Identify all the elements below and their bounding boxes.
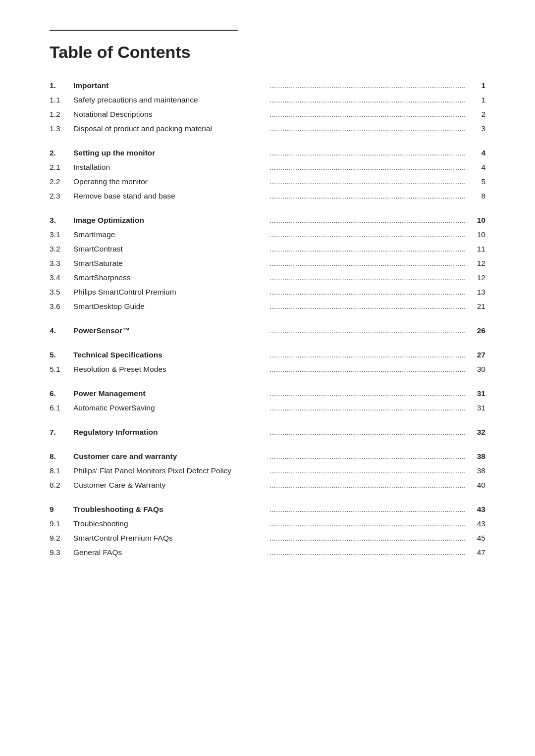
toc-dots-fill: ........................................… bbox=[268, 465, 466, 477]
toc-dots-fill: ........................................… bbox=[268, 451, 466, 463]
toc-label: Disposal of product and packing material bbox=[73, 123, 268, 135]
toc-middle: Notational Descriptions.................… bbox=[73, 108, 466, 121]
toc-dots-fill: ........................................… bbox=[268, 80, 466, 92]
toc-middle: SmartContrast...........................… bbox=[73, 243, 466, 255]
toc-dots-fill: ........................................… bbox=[268, 532, 466, 545]
toc-row: 3.1SmartImage...........................… bbox=[50, 229, 485, 241]
toc-row: 5.1Resolution & Preset Modes............… bbox=[50, 363, 485, 376]
toc-dots-fill: ........................................… bbox=[268, 388, 466, 400]
toc-middle: Regulatory Information..................… bbox=[73, 426, 466, 439]
toc-container: 1.Important.............................… bbox=[50, 80, 485, 559]
toc-label: Setting up the monitor bbox=[73, 147, 268, 159]
toc-page-number: 8 bbox=[466, 190, 485, 202]
toc-page-number: 32 bbox=[466, 426, 485, 438]
toc-row: 3.6SmartDesktop Guide...................… bbox=[50, 301, 485, 313]
toc-label: Technical Specifications bbox=[73, 349, 268, 361]
toc-middle: Disposal of product and packing material… bbox=[73, 123, 466, 135]
toc-label: Regulatory Information bbox=[73, 426, 268, 438]
toc-dots-fill: ........................................… bbox=[268, 176, 466, 188]
toc-section: 4.PowerSensor™..........................… bbox=[50, 325, 485, 337]
toc-page-number: 26 bbox=[466, 325, 485, 337]
toc-page-number: 38 bbox=[466, 465, 485, 477]
toc-number: 3.2 bbox=[50, 243, 73, 255]
toc-section: 8.Customer care and warranty............… bbox=[50, 451, 485, 492]
toc-middle: Automatic PowerSaving...................… bbox=[73, 402, 466, 414]
toc-page-number: 10 bbox=[466, 229, 485, 241]
toc-number: 1.2 bbox=[50, 108, 73, 120]
toc-page-number: 12 bbox=[466, 272, 485, 284]
toc-number: 2.1 bbox=[50, 161, 73, 173]
toc-row: 8.Customer care and warranty............… bbox=[50, 451, 485, 463]
toc-number: 3.3 bbox=[50, 257, 73, 269]
toc-number: 3. bbox=[50, 214, 73, 226]
toc-row: 2.1Installation.........................… bbox=[50, 161, 485, 174]
toc-row: 9.3General FAQs.........................… bbox=[50, 547, 485, 559]
toc-dots-fill: ........................................… bbox=[268, 229, 466, 241]
toc-dots-fill: ........................................… bbox=[268, 349, 466, 361]
toc-middle: Philips' Flat Panel Monitors Pixel Defec… bbox=[73, 465, 466, 477]
toc-page-number: 21 bbox=[466, 301, 485, 312]
toc-middle: Power Management........................… bbox=[73, 388, 466, 400]
toc-page-number: 5 bbox=[466, 176, 485, 188]
toc-dots-fill: ........................................… bbox=[268, 363, 466, 376]
toc-label: Resolution & Preset Modes bbox=[73, 363, 268, 375]
toc-page-number: 47 bbox=[466, 547, 485, 558]
toc-label: Operating the monitor bbox=[73, 176, 268, 188]
toc-middle: Customer Care & Warranty................… bbox=[73, 479, 466, 492]
toc-page-number: 38 bbox=[466, 451, 485, 462]
toc-middle: SmartImage..............................… bbox=[73, 229, 466, 241]
toc-label: SmartSaturate bbox=[73, 257, 268, 269]
toc-label: Notational Descriptions bbox=[73, 108, 268, 120]
toc-label: Automatic PowerSaving bbox=[73, 402, 268, 414]
toc-page-number: 13 bbox=[466, 286, 485, 298]
toc-page-number: 27 bbox=[466, 349, 485, 361]
toc-section: 9Troubleshooting & FAQs.................… bbox=[50, 504, 485, 559]
toc-number: 1.3 bbox=[50, 123, 73, 135]
toc-page-number: 31 bbox=[466, 388, 485, 400]
toc-number: 2.3 bbox=[50, 190, 73, 202]
toc-page-number: 11 bbox=[466, 243, 485, 255]
toc-dots-fill: ........................................… bbox=[268, 547, 466, 559]
toc-page-number: 10 bbox=[466, 214, 485, 226]
toc-number: 1.1 bbox=[50, 94, 73, 106]
toc-number: 5. bbox=[50, 349, 73, 361]
toc-number: 2.2 bbox=[50, 176, 73, 188]
toc-dots-fill: ........................................… bbox=[268, 286, 466, 299]
toc-middle: SmartSharpness..........................… bbox=[73, 272, 466, 284]
toc-middle: Setting up the monitor..................… bbox=[73, 147, 466, 159]
toc-row: 2.Setting up the monitor................… bbox=[50, 147, 485, 159]
toc-row: 3.5Philips SmartControl Premium.........… bbox=[50, 286, 485, 299]
toc-row: 2.3Remove base stand and base...........… bbox=[50, 190, 485, 202]
toc-middle: General FAQs............................… bbox=[73, 547, 466, 559]
page-title: Table of Contents bbox=[50, 43, 485, 62]
toc-label: SmartDesktop Guide bbox=[73, 301, 268, 312]
toc-middle: Operating the monitor...................… bbox=[73, 176, 466, 188]
toc-number: 9.3 bbox=[50, 547, 73, 558]
toc-dots-fill: ........................................… bbox=[268, 301, 466, 313]
toc-number: 6. bbox=[50, 388, 73, 400]
toc-dots-fill: ........................................… bbox=[268, 325, 466, 337]
toc-dots-fill: ........................................… bbox=[268, 94, 466, 106]
toc-row: 1.2Notational Descriptions..............… bbox=[50, 108, 485, 121]
toc-label: Customer care and warranty bbox=[73, 451, 268, 462]
toc-label: SmartContrast bbox=[73, 243, 268, 255]
toc-row: 8.1Philips' Flat Panel Monitors Pixel De… bbox=[50, 465, 485, 477]
toc-page-number: 43 bbox=[466, 504, 485, 515]
toc-row: 3.Image Optimization....................… bbox=[50, 214, 485, 227]
toc-dots-fill: ........................................… bbox=[268, 108, 466, 121]
toc-row: 1.Important.............................… bbox=[50, 80, 485, 92]
toc-middle: Troubleshooting.........................… bbox=[73, 518, 466, 530]
toc-middle: Remove base stand and base..............… bbox=[73, 190, 466, 202]
toc-section: 2.Setting up the monitor................… bbox=[50, 147, 485, 202]
toc-page-number: 3 bbox=[466, 123, 485, 135]
toc-row: 3.4SmartSharpness.......................… bbox=[50, 272, 485, 284]
toc-number: 5.1 bbox=[50, 363, 73, 375]
toc-row: 2.2Operating the monitor................… bbox=[50, 176, 485, 188]
toc-section: 3.Image Optimization....................… bbox=[50, 214, 485, 313]
toc-label: SmartControl Premium FAQs bbox=[73, 532, 268, 544]
toc-label: Important bbox=[73, 80, 268, 92]
toc-dots-fill: ........................................… bbox=[268, 214, 466, 227]
toc-middle: SmartControl Premium FAQs...............… bbox=[73, 532, 466, 545]
toc-label: Philips' Flat Panel Monitors Pixel Defec… bbox=[73, 465, 268, 477]
toc-middle: Customer care and warranty..............… bbox=[73, 451, 466, 463]
